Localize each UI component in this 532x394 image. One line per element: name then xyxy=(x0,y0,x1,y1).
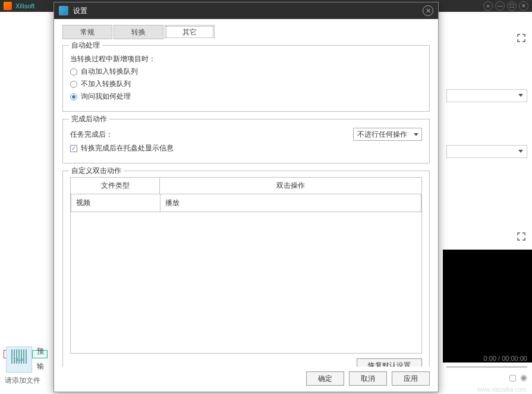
tab-convert[interactable]: 转换 xyxy=(114,25,163,39)
profile-dropdown-1[interactable] xyxy=(446,89,527,102)
cell-file-type: 视频 xyxy=(71,194,160,212)
col-dblclick-action[interactable]: 双击操作 xyxy=(160,178,422,194)
output-label: 输 xyxy=(37,361,44,371)
radio-icon xyxy=(70,93,77,100)
tab-general[interactable]: 常规 xyxy=(62,25,112,39)
radio-label: 询问我如何处理 xyxy=(81,92,131,102)
add-file-hint: 请添加文件 xyxy=(5,376,40,386)
dialog-close-button[interactable]: ✕ xyxy=(423,5,433,16)
group-doubleclick: 自定义双击动作 文件类型 双击操作 视频 播放 恢复默认设置 xyxy=(62,171,430,367)
app-name: Xilisoft xyxy=(15,2,34,10)
radio-no-add[interactable]: 不加入转换队列 xyxy=(70,79,422,89)
tabs: 常规 转换 其它 xyxy=(62,25,430,39)
dblclick-table-body[interactable]: 视频 播放 xyxy=(70,194,422,354)
maximize-button[interactable]: ☐ xyxy=(507,1,517,11)
group-auto-legend: 自动处理 xyxy=(69,40,102,51)
table-row[interactable]: 视频 播放 xyxy=(71,194,421,212)
tray-info-checkbox[interactable]: 转换完成后在托盘处显示信息 xyxy=(70,143,422,153)
radio-ask-me[interactable]: 询问我如何处理 xyxy=(70,92,422,102)
tab-other[interactable]: 其它 xyxy=(165,25,215,39)
group-post-action: 完成后动作 任务完成后： 不进行任何操作 转换完成后在托盘处显示信息 xyxy=(62,119,430,163)
group-post-legend: 完成后动作 xyxy=(69,114,109,124)
dialog-title: 设置 xyxy=(73,6,423,16)
checkbox-icon xyxy=(70,145,77,152)
post-action-select[interactable]: 不进行任何操作 xyxy=(353,128,422,141)
select-value: 不进行任何操作 xyxy=(357,130,407,140)
apply-button[interactable]: 应用 xyxy=(392,371,430,386)
auto-prompt: 当转换过程中新增项目时： xyxy=(70,54,422,64)
minimize-button[interactable]: — xyxy=(495,1,505,11)
watermark-text: www.xiazaiba.com xyxy=(477,386,526,393)
chevron-down-icon xyxy=(414,133,418,136)
cancel-button[interactable]: 取消 xyxy=(349,371,387,386)
radio-auto-add[interactable]: 自动加入转换队列 xyxy=(70,67,422,77)
post-action-row: 任务完成后： 不进行任何操作 xyxy=(70,128,422,141)
radio-icon xyxy=(70,68,77,75)
settings-dialog: 设置 ✕ 常规 转换 其它 自动处理 当转换过程中新增项目时： 自动加入转换队列… xyxy=(53,2,439,392)
expand-preview-icon[interactable] xyxy=(517,232,526,241)
profile-dropdown-2[interactable] xyxy=(446,145,527,158)
preset-area: DIVX 预 输 xyxy=(6,346,44,373)
capture-tools: ▢ ◉ xyxy=(509,373,527,382)
ok-button[interactable]: 确定 xyxy=(306,371,344,386)
close-window-button[interactable]: ✕ xyxy=(519,1,528,11)
time-display: 0:00 / 00:00:00 xyxy=(484,355,527,362)
progress-bar[interactable] xyxy=(446,366,527,368)
camera-icon[interactable]: ◉ xyxy=(520,373,527,382)
col-file-type[interactable]: 文件类型 xyxy=(71,178,160,194)
dblclick-table: 文件类型 双击操作 xyxy=(70,177,422,194)
radio-icon xyxy=(70,81,77,88)
group-auto-process: 自动处理 当转换过程中新增项目时： 自动加入转换队列 不加入转换队列 询问我如何… xyxy=(62,45,430,112)
dialog-icon xyxy=(59,6,68,15)
dialog-footer: 确定 取消 应用 xyxy=(54,367,438,392)
radio-label: 自动加入转换队列 xyxy=(81,67,138,77)
menu-button[interactable]: ≡ xyxy=(483,1,493,11)
preset-label: 预 xyxy=(37,346,44,357)
dialog-titlebar: 设置 ✕ xyxy=(54,2,438,19)
expand-icon[interactable] xyxy=(517,33,526,43)
video-preview xyxy=(443,250,532,363)
radio-label: 不加入转换队列 xyxy=(81,79,131,89)
dialog-body: 常规 转换 其它 自动处理 当转换过程中新增项目时： 自动加入转换队列 不加入转… xyxy=(54,19,438,367)
checkbox-label: 转换完成后在托盘处显示信息 xyxy=(81,143,174,153)
divx-preset-icon[interactable]: DIVX xyxy=(6,346,32,373)
restore-defaults-button[interactable]: 恢复默认设置 xyxy=(357,358,422,367)
cell-action: 播放 xyxy=(160,194,421,212)
post-action-label: 任务完成后： xyxy=(70,130,113,140)
record-icon[interactable]: ▢ xyxy=(509,373,517,382)
group-dblclick-legend: 自定义双击动作 xyxy=(69,166,124,176)
app-logo-icon xyxy=(4,2,12,10)
